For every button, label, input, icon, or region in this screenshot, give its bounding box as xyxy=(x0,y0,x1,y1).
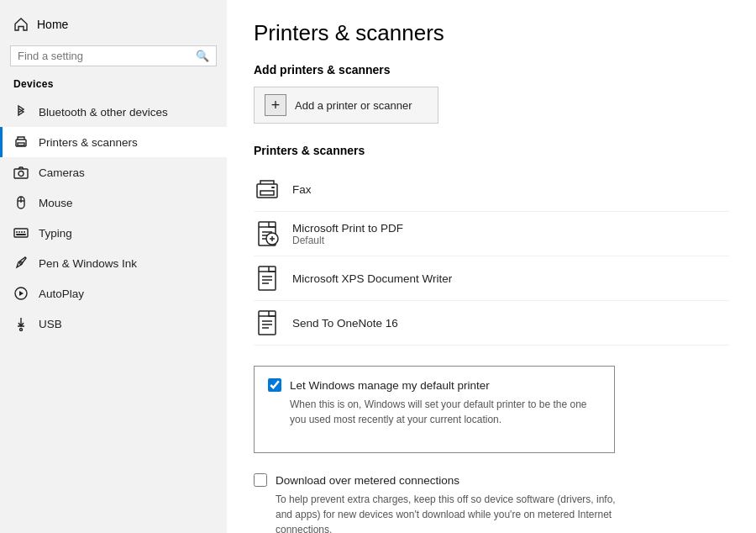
mouse-icon xyxy=(13,195,29,210)
svg-rect-7 xyxy=(14,229,28,237)
manage-default-group: Let Windows manage my default printer Wh… xyxy=(254,366,615,453)
home-label: Home xyxy=(37,18,68,31)
sidebar-label-autoplay: AutoPlay xyxy=(39,288,84,300)
sidebar-item-mouse[interactable]: Mouse xyxy=(0,187,227,218)
svg-point-3 xyxy=(18,172,24,177)
sidebar-item-typing[interactable]: Typing xyxy=(0,218,227,248)
manage-default-row: Let Windows manage my default printer xyxy=(268,378,601,392)
add-button-label: Add a printer or scanner xyxy=(295,99,412,112)
search-icon: 🔍 xyxy=(196,50,209,62)
printer-item-xps[interactable]: Microsoft XPS Document Writer xyxy=(254,256,729,301)
fax-printer-icon xyxy=(254,176,281,203)
bluetooth-icon xyxy=(13,104,29,119)
sidebar-item-cameras[interactable]: Cameras xyxy=(0,157,227,187)
svg-rect-2 xyxy=(14,169,28,178)
add-icon: + xyxy=(265,94,286,116)
onenote-info: Send To OneNote 16 xyxy=(292,317,398,330)
sidebar-section-title: Devices xyxy=(0,75,227,97)
search-box[interactable]: 🔍 xyxy=(10,45,217,66)
home-icon xyxy=(13,17,29,32)
sidebar-item-bluetooth[interactable]: Bluetooth & other devices xyxy=(0,97,227,127)
printers-section-title: Printers & scanners xyxy=(254,144,729,157)
fax-name: Fax xyxy=(292,183,312,196)
sidebar-item-autoplay[interactable]: AutoPlay xyxy=(0,278,227,309)
manage-default-desc: When this is on, Windows will set your d… xyxy=(290,397,601,427)
svg-point-15 xyxy=(20,329,23,331)
printers-list: Fax Microsoft Print to PDF Default xyxy=(254,167,729,346)
camera-icon xyxy=(13,165,29,180)
printer-item-fax[interactable]: Fax xyxy=(254,167,729,212)
svg-rect-21 xyxy=(259,266,276,290)
sidebar-item-printers[interactable]: Printers & scanners xyxy=(0,127,227,157)
printer-icon xyxy=(13,135,29,150)
sidebar-label-cameras: Cameras xyxy=(39,166,85,179)
sidebar-label-mouse: Mouse xyxy=(39,197,73,209)
metered-label[interactable]: Download over metered connections xyxy=(276,474,459,487)
sidebar-label-usb: USB xyxy=(39,318,62,330)
main-content: Printers & scanners Add printers & scann… xyxy=(227,0,756,533)
pdf-printer-icon xyxy=(254,220,281,247)
add-section-title: Add printers & scanners xyxy=(254,63,729,77)
pdf-default: Default xyxy=(292,235,403,246)
metered-row: Download over metered connections xyxy=(254,473,729,487)
onenote-printer-icon xyxy=(254,309,281,336)
fax-info: Fax xyxy=(292,183,312,196)
svg-rect-1 xyxy=(18,143,24,145)
sidebar-label-typing: Typing xyxy=(39,227,72,240)
metered-desc: To help prevent extra charges, keep this… xyxy=(276,492,628,533)
sidebar-label-printers: Printers & scanners xyxy=(39,136,138,149)
sidebar-home[interactable]: Home xyxy=(0,8,227,40)
sidebar-label-bluetooth: Bluetooth & other devices xyxy=(39,106,168,119)
printer-item-pdf[interactable]: Microsoft Print to PDF Default xyxy=(254,212,729,256)
metered-section: Download over metered connections To hel… xyxy=(254,473,729,533)
search-input[interactable] xyxy=(18,50,191,62)
pen-icon xyxy=(13,256,29,271)
page-title: Printers & scanners xyxy=(254,20,729,46)
svg-rect-17 xyxy=(260,191,274,195)
sidebar-label-pen: Pen & Windows Ink xyxy=(39,257,137,270)
pdf-name: Microsoft Print to PDF xyxy=(292,222,403,235)
svg-rect-22 xyxy=(259,311,276,335)
metered-checkbox[interactable] xyxy=(254,473,267,487)
onenote-name: Send To OneNote 16 xyxy=(292,317,398,330)
xps-printer-icon xyxy=(254,265,281,292)
svg-point-13 xyxy=(20,262,23,265)
sidebar-item-pen[interactable]: Pen & Windows Ink xyxy=(0,248,227,278)
sidebar: Home 🔍 Devices Bluetooth & other devices… xyxy=(0,0,227,533)
pdf-info: Microsoft Print to PDF Default xyxy=(292,222,403,246)
autoplay-icon xyxy=(13,286,29,301)
printer-item-onenote[interactable]: Send To OneNote 16 xyxy=(254,301,729,346)
sidebar-item-usb[interactable]: USB xyxy=(0,309,227,339)
manage-default-label[interactable]: Let Windows manage my default printer xyxy=(290,379,490,392)
manage-default-checkbox[interactable] xyxy=(268,378,281,392)
xps-name: Microsoft XPS Document Writer xyxy=(292,272,452,285)
xps-info: Microsoft XPS Document Writer xyxy=(292,272,452,285)
add-printer-button[interactable]: + Add a printer or scanner xyxy=(254,87,438,124)
usb-icon xyxy=(13,316,29,331)
typing-icon xyxy=(13,225,29,240)
